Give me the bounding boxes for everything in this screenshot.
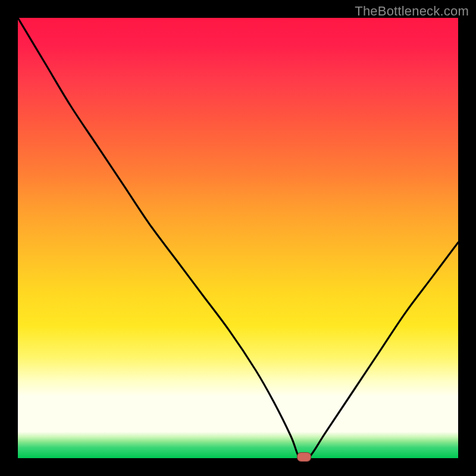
bottleneck-curve <box>18 18 458 458</box>
watermark-text: TheBottleneck.com <box>355 4 469 19</box>
chart-frame: TheBottleneck.com <box>0 0 476 476</box>
plot-area <box>18 18 458 458</box>
optimal-point-marker <box>297 452 311 462</box>
